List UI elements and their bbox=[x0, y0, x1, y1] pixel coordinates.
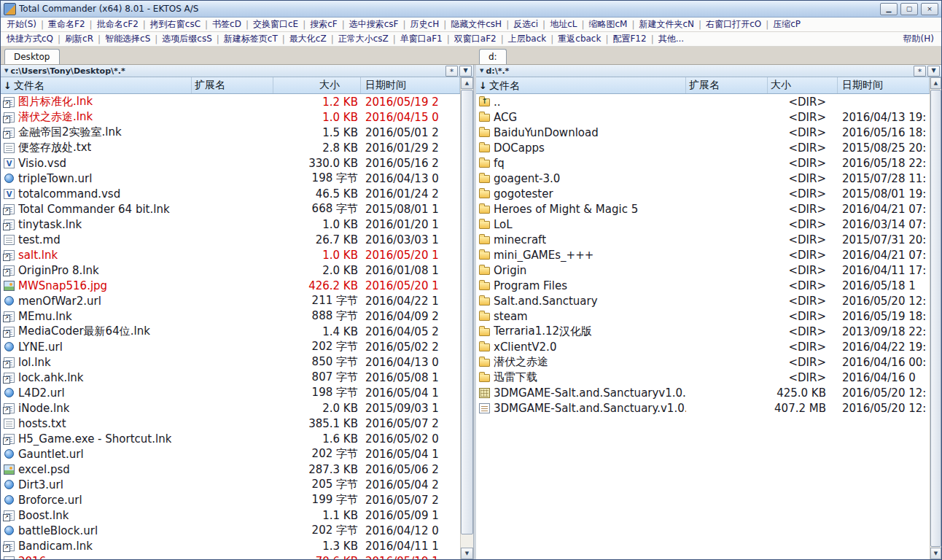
history-dropdown-button[interactable]: ▼ bbox=[459, 66, 472, 77]
file-row[interactable]: Bandicam.lnk1.3 KB2016/04/11 1 bbox=[1, 538, 460, 553]
file-row[interactable]: salt.lnk1.0 KB2016/05/20 1 bbox=[1, 247, 460, 262]
menu-item[interactable]: 重命名F2 bbox=[47, 18, 87, 31]
star-button[interactable]: * bbox=[914, 66, 926, 77]
menu-item[interactable]: 其他... bbox=[657, 33, 685, 45]
file-row[interactable]: 迅雷下载<DIR>2016/04/16 0 bbox=[476, 370, 930, 385]
title-bar[interactable]: Total Commander (x64) 8.01 - EKTOS A/S ▁… bbox=[1, 1, 941, 18]
file-row[interactable]: xClientV2.0<DIR>2016/04/22 19: bbox=[476, 339, 930, 354]
menu-item[interactable]: 缩略图cM bbox=[588, 18, 629, 31]
menu-item[interactable]: 配置F12 bbox=[611, 33, 647, 45]
file-row[interactable]: 金融帝国2实验室.lnk1.5 KB2016/05/01 2 bbox=[1, 125, 460, 140]
menu-item[interactable]: 单窗口aF1 bbox=[399, 33, 444, 45]
menu-item[interactable]: 选项后缀csS bbox=[160, 33, 213, 45]
file-row[interactable]: iNode.lnk2.0 KB2015/09/03 1 bbox=[1, 400, 460, 416]
scroll-up-icon[interactable]: ▲ bbox=[930, 77, 941, 89]
file-row[interactable]: Terraria1.12汉化版<DIR>2013/09/18 22: bbox=[476, 324, 930, 339]
menu-item[interactable]: 开始(S) bbox=[5, 18, 38, 31]
menu-item[interactable]: 右窗口打开cO bbox=[704, 18, 763, 31]
header-ext[interactable]: 扩展名 bbox=[686, 77, 768, 93]
menu-item-help[interactable]: 帮助(H) bbox=[902, 33, 937, 45]
file-row[interactable]: lol.lnk850 字节2016/04/13 0 bbox=[1, 354, 460, 370]
file-row[interactable]: Gauntlet.url202 字节2016/05/04 1 bbox=[1, 446, 460, 462]
file-row[interactable]: mini_GAMEs_+++<DIR>2016/04/21 07: bbox=[476, 247, 930, 262]
file-row[interactable]: MediaCoder最新64位.lnk1.4 KB2016/04/05 2 bbox=[1, 324, 460, 339]
menu-item[interactable]: 压缩cP bbox=[771, 18, 802, 31]
file-row[interactable]: tinytask.lnk1.0 KB2016/01/20 1 bbox=[1, 217, 460, 232]
file-row[interactable]: 3DMGAME-Salt.and.Sanctuary.v1.0.0.3..407… bbox=[476, 400, 930, 416]
file-row[interactable]: Total Commander 64 bit.lnk668 字节2015/08/… bbox=[1, 201, 460, 217]
file-row[interactable]: Program Files<DIR>2016/05/18 1 bbox=[476, 278, 930, 293]
file-row[interactable]: steam<DIR>2016/05/19 18: bbox=[476, 308, 930, 324]
file-row[interactable]: 潜伏之赤途.lnk1.0 KB2016/04/15 0 bbox=[1, 109, 460, 125]
file-row[interactable]: MEmu.lnk888 字节2016/04/09 2 bbox=[1, 308, 460, 324]
file-row[interactable]: hosts.txt385.1 KB2016/05/07 2 bbox=[1, 416, 460, 431]
menu-item[interactable]: 反选ci bbox=[512, 18, 540, 31]
file-row[interactable]: LoL<DIR>2016/03/14 07: bbox=[476, 217, 930, 232]
menu-item[interactable]: 正常大小csZ bbox=[337, 33, 390, 45]
file-row[interactable]: MWSnap516.jpg426.2 KB2016/05/20 1 bbox=[1, 278, 460, 293]
file-row[interactable]: fq<DIR>2016/05/18 22: bbox=[476, 155, 930, 171]
file-row[interactable]: Boost.lnk1.1 KB2016/05/09 1 bbox=[1, 508, 460, 523]
tab-drive-d[interactable]: d: bbox=[479, 49, 507, 64]
menu-item[interactable]: 双窗口aF2 bbox=[453, 33, 498, 45]
menu-item[interactable]: 地址cL bbox=[548, 18, 578, 31]
left-scrollbar[interactable]: ▲ ▼ bbox=[460, 77, 473, 559]
file-row[interactable]: 便签存放处.txt2.8 KB2016/01/29 2 bbox=[1, 140, 460, 155]
file-row[interactable]: BaiduYunDownload<DIR>2016/05/16 18: bbox=[476, 125, 930, 140]
menu-item[interactable]: 历史cH bbox=[409, 18, 441, 31]
menu-item[interactable]: 交换窗口cE bbox=[252, 18, 300, 31]
scrollbar-thumb[interactable] bbox=[930, 90, 941, 547]
menu-item[interactable]: 刷新cR bbox=[63, 33, 95, 45]
file-row[interactable]: menOfWar2.url211 字节2016/04/22 1 bbox=[1, 293, 460, 308]
file-row[interactable]: Broforce.url199 字节2016/05/07 2 bbox=[1, 492, 460, 508]
tab-desktop[interactable]: Desktop bbox=[4, 49, 60, 64]
menu-item[interactable]: 搜索cF bbox=[308, 18, 339, 31]
menu-item[interactable]: 批命名cF2 bbox=[96, 18, 140, 31]
file-row[interactable]: 图片标准化.lnk1.2 KB2016/05/19 2 bbox=[1, 94, 460, 109]
menu-item[interactable]: 快捷方式cQ bbox=[5, 33, 55, 45]
menu-item[interactable]: 拷到右窗csC bbox=[149, 18, 202, 31]
menu-item[interactable]: 上层back bbox=[507, 33, 548, 45]
scroll-up-icon[interactable]: ▲ bbox=[461, 77, 473, 89]
file-row[interactable]: tripleTown.url198 字节2016/04/13 0 bbox=[1, 171, 460, 186]
header-name[interactable]: ↓ 文件名 bbox=[476, 77, 686, 93]
header-ext[interactable]: 扩展名 bbox=[192, 77, 273, 93]
maximize-button[interactable]: ▢ bbox=[900, 3, 918, 15]
file-row[interactable]: Dirt3.url205 字节2016/05/04 2 bbox=[1, 477, 460, 492]
menu-item[interactable]: 书签cD bbox=[211, 18, 243, 31]
file-row[interactable]: LYNE.url202 字节2016/05/02 2 bbox=[1, 339, 460, 354]
star-button[interactable]: * bbox=[445, 66, 458, 77]
menu-item[interactable]: 新建标签页cT bbox=[222, 33, 279, 45]
header-date[interactable]: 日期时间 bbox=[361, 77, 460, 93]
scroll-down-icon[interactable]: ▼ bbox=[930, 548, 941, 559]
right-scrollbar[interactable]: ▲ ▼ bbox=[930, 77, 941, 559]
menu-item[interactable]: 选中搜索csF bbox=[348, 18, 400, 31]
menu-item[interactable]: 智能选择cS bbox=[104, 33, 152, 45]
file-row[interactable]: Visio.vsd330.0 KB2016/05/16 2 bbox=[1, 155, 460, 171]
left-path-bar[interactable]: ▼ c:\Users\Tony\Desktop\*.* * ▼ bbox=[1, 65, 473, 77]
file-row[interactable]: test.md26.7 KB2016/03/03 1 bbox=[1, 232, 460, 247]
file-row[interactable]: battleBlock.url202 字节2016/04/12 0 bbox=[1, 523, 460, 538]
file-row[interactable]: OriginPro 8.lnk2.0 KB2016/01/08 1 bbox=[1, 262, 460, 278]
header-size[interactable]: 大小 bbox=[768, 77, 838, 93]
file-row[interactable]: ACG<DIR>2016/04/13 19: bbox=[476, 109, 930, 125]
file-row[interactable]: H5_Game.exe - Shortcut.lnk1.6 KB2016/05/… bbox=[1, 431, 460, 446]
file-row[interactable]: 3DMGAME-Salt.and.Sanctuaryv1.0.0.3...425… bbox=[476, 385, 930, 400]
file-row[interactable]: 2016...70.6 KB2016/05/19 1 bbox=[1, 553, 460, 559]
file-row[interactable]: totalcommand.vsd46.5 KB2016/01/24 2 bbox=[1, 186, 460, 201]
file-row[interactable]: gogotester<DIR>2015/08/01 19: bbox=[476, 186, 930, 201]
file-row[interactable]: excel.psd287.3 KB2016/05/06 2 bbox=[1, 462, 460, 477]
header-size[interactable]: 大小 bbox=[273, 77, 361, 93]
header-name[interactable]: ↓ 文件名 bbox=[1, 77, 192, 93]
file-row[interactable]: lock.ahk.lnk807 字节2016/05/08 1 bbox=[1, 370, 460, 385]
file-row[interactable]: L4D2.url198 字节2016/05/04 1 bbox=[1, 385, 460, 400]
file-row[interactable]: Salt.and.Sanctuary<DIR>2016/05/20 12: bbox=[476, 293, 930, 308]
scroll-down-icon[interactable]: ▼ bbox=[461, 548, 473, 559]
file-row[interactable]: DOCapps<DIR>2015/08/25 20: bbox=[476, 140, 930, 155]
menu-item[interactable]: 新建文件夹cN bbox=[638, 18, 696, 31]
file-row[interactable]: goagent-3.0<DIR>2015/07/28 11: bbox=[476, 171, 930, 186]
file-row[interactable]: Heroes of Might & Magic 5<DIR>2016/04/21… bbox=[476, 201, 930, 217]
minimize-button[interactable]: ▁ bbox=[880, 3, 898, 15]
close-button[interactable]: × bbox=[921, 3, 938, 15]
file-row[interactable]: minecraft<DIR>2015/07/31 20: bbox=[476, 232, 930, 247]
